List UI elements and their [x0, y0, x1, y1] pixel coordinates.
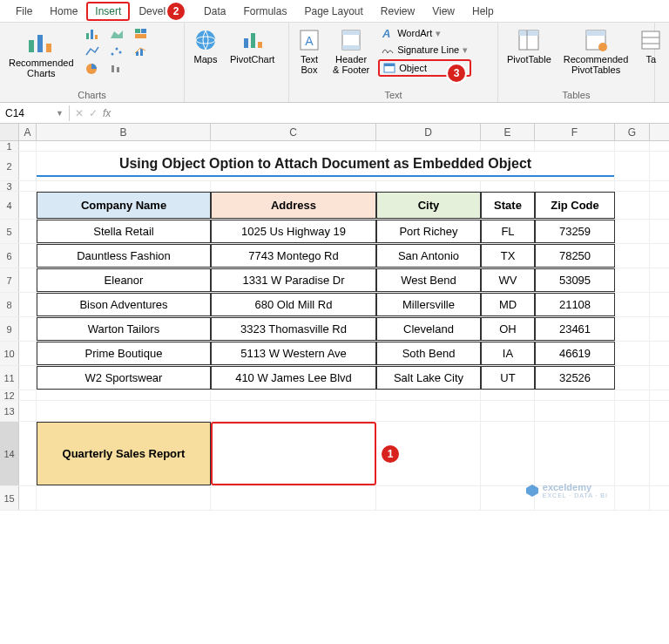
chart-pie-icon[interactable]	[83, 61, 102, 77]
col-F[interactable]: F	[535, 124, 615, 140]
table-cell[interactable]: Eleanor	[37, 268, 211, 292]
table-cell[interactable]: Soth Bend	[376, 342, 481, 365]
headerfooter-button[interactable]: Header & Footer	[329, 26, 373, 77]
table-cell[interactable]: 5113 W Western Ave	[211, 342, 376, 365]
th-company[interactable]: Company Name	[37, 192, 211, 219]
table-cell[interactable]: Salt Lake City	[376, 366, 481, 390]
tab-home[interactable]: Home	[41, 2, 86, 21]
table-cell[interactable]: 78250	[535, 244, 615, 268]
col-C[interactable]: C	[211, 124, 376, 140]
th-city[interactable]: City	[376, 192, 481, 219]
table-cell[interactable]: 1331 W Paradise Dr	[211, 268, 376, 292]
table-cell[interactable]: UT	[481, 366, 535, 390]
col-G[interactable]: G	[615, 124, 650, 140]
table-cell[interactable]: 1025 Us Highway 19	[211, 220, 376, 243]
table-cell[interactable]: 46619	[535, 342, 615, 365]
svg-marker-7	[111, 31, 123, 38]
tab-data[interactable]: Data	[195, 2, 234, 21]
table-cell[interactable]: Warton Tailors	[37, 317, 211, 341]
textbox-button[interactable]: A Text Box	[294, 26, 324, 77]
col-E[interactable]: E	[481, 124, 535, 140]
select-all-corner[interactable]	[0, 124, 19, 140]
cancel-icon[interactable]: ✕	[75, 107, 84, 119]
chart-area-icon[interactable]	[107, 26, 126, 42]
table-cell[interactable]: Cleveland	[376, 317, 481, 341]
table-cell[interactable]: West Bend	[376, 268, 481, 292]
table-cell[interactable]: 53095	[535, 268, 615, 292]
table-cell[interactable]: 21108	[535, 293, 615, 316]
table-cell[interactable]: San Antonio	[376, 244, 481, 268]
th-address[interactable]: Address	[211, 192, 376, 219]
row-header[interactable]: 12	[0, 390, 19, 400]
chart-hier-icon[interactable]	[132, 26, 151, 42]
name-box[interactable]: C14▼	[0, 105, 70, 121]
table-cell[interactable]: 680 Old Mill Rd	[211, 293, 376, 316]
fx-icon[interactable]: fx	[103, 107, 111, 119]
table-cell[interactable]: MD	[481, 293, 535, 316]
recommended-pivots-button[interactable]: Recommended PivotTables	[560, 26, 632, 77]
row-header[interactable]: 13	[0, 401, 19, 421]
tab-file[interactable]: File	[7, 2, 41, 21]
tab-review[interactable]: Review	[372, 2, 423, 21]
row-header[interactable]: 6	[0, 244, 19, 268]
table-cell[interactable]: TX	[481, 244, 535, 268]
table-cell[interactable]: W2 Sportswear	[37, 366, 211, 390]
recommended-charts-button[interactable]: Recommended Charts	[5, 26, 78, 80]
row-header[interactable]: 3	[0, 181, 19, 191]
row-header[interactable]: 4	[0, 192, 19, 219]
th-state[interactable]: State	[481, 192, 535, 219]
table-cell[interactable]: 23461	[535, 317, 615, 341]
enter-icon[interactable]: ✓	[89, 107, 98, 119]
col-B[interactable]: B	[37, 124, 211, 140]
row-header[interactable]: 8	[0, 293, 19, 316]
row-header[interactable]: 2	[0, 152, 19, 180]
table-cell[interactable]: 32526	[535, 366, 615, 390]
table-cell[interactable]: Dauntless Fashion	[37, 244, 211, 268]
table-button[interactable]: Ta	[637, 26, 665, 66]
tab-pagelayout[interactable]: Page Layout	[295, 2, 371, 21]
table-cell[interactable]: Prime Boutique	[37, 342, 211, 365]
svg-marker-40	[526, 485, 538, 497]
wordart-button[interactable]: A WordArt▾	[378, 26, 471, 40]
tab-insert[interactable]: Insert	[86, 2, 130, 21]
row-header[interactable]: 10	[0, 342, 19, 365]
th-zip[interactable]: Zip Code	[535, 192, 615, 219]
row-header[interactable]: 11	[0, 366, 19, 390]
row-header[interactable]: 9	[0, 317, 19, 341]
svg-rect-4	[91, 30, 93, 39]
table-cell[interactable]: Millersville	[376, 293, 481, 316]
chart-bar-icon[interactable]	[83, 26, 102, 42]
table-cell[interactable]: Bison Adventures	[37, 293, 211, 316]
tab-developer[interactable]: Developer	[130, 2, 195, 21]
chart-stock-icon[interactable]	[107, 61, 126, 77]
table-cell[interactable]: WV	[481, 268, 535, 292]
table-cell[interactable]: IA	[481, 342, 535, 365]
col-D[interactable]: D	[376, 124, 481, 140]
table-cell[interactable]: OH	[481, 317, 535, 341]
chart-combo-icon[interactable]	[132, 44, 151, 59]
maps-button[interactable]: Maps	[190, 26, 221, 66]
table-cell[interactable]: 7743 Montego Rd	[211, 244, 376, 268]
tab-view[interactable]: View	[423, 2, 463, 21]
table-cell[interactable]: Stella Retail	[37, 220, 211, 243]
pivottable-button[interactable]: PivotTable	[503, 26, 555, 66]
row-header[interactable]: 14	[0, 422, 19, 485]
chart-line-icon[interactable]	[83, 44, 102, 59]
row-header[interactable]: 5	[0, 220, 19, 243]
row-header[interactable]: 15	[0, 486, 19, 510]
col-A[interactable]: A	[19, 124, 37, 140]
table-cell[interactable]: 410 W James Lee Blvd	[211, 366, 376, 390]
table-cell[interactable]: 3323 Thomasville Rd	[211, 317, 376, 341]
table-cell[interactable]: 73259	[535, 220, 615, 243]
embed-target-cell[interactable]	[211, 422, 376, 485]
report-label-cell[interactable]: Quarterly Sales Report	[37, 422, 211, 485]
row-header[interactable]: 1	[0, 141, 19, 151]
tab-help[interactable]: Help	[463, 2, 503, 21]
table-cell[interactable]: Port Richey	[376, 220, 481, 243]
signature-line-button[interactable]: Signature Line▾	[378, 43, 471, 57]
pivotchart-button[interactable]: PivotChart	[226, 26, 278, 66]
table-cell[interactable]: FL	[481, 220, 535, 243]
tab-formulas[interactable]: Formulas	[234, 2, 295, 21]
chart-scatter-icon[interactable]	[107, 44, 126, 59]
row-header[interactable]: 7	[0, 268, 19, 292]
